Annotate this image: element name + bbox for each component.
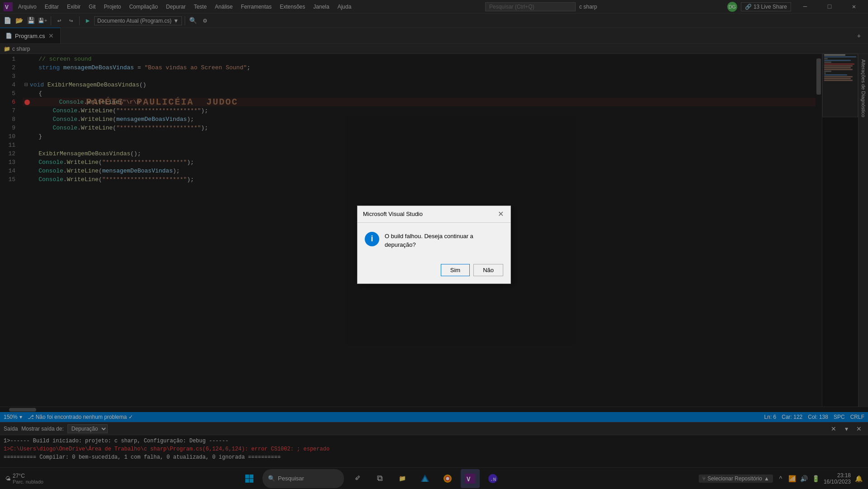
- network-icon[interactable]: 📶: [788, 475, 796, 483]
- dialog-no-btn[interactable]: Não: [473, 264, 503, 276]
- menu-ajuda[interactable]: Ajuda: [334, 2, 355, 12]
- vertical-scrollbar[interactable]: [816, 54, 822, 407]
- svg-text:.N: .N: [490, 477, 496, 482]
- line-num-8: 8: [0, 115, 19, 124]
- menu-git[interactable]: Git: [85, 2, 99, 12]
- taskbar-app-browser[interactable]: [438, 469, 457, 488]
- spc-label: SPC: [834, 414, 845, 420]
- menu-arquivo[interactable]: Arquivo: [14, 2, 40, 12]
- menu-analise[interactable]: Análise: [211, 2, 236, 12]
- line-num-1: 1: [0, 55, 19, 63]
- dialog-yes-btn[interactable]: Sim: [441, 264, 470, 276]
- windows-icon: [245, 474, 254, 483]
- save-all-btn[interactable]: 💾+: [37, 15, 48, 26]
- time-display: 23:18: [824, 472, 851, 479]
- volume-icon[interactable]: 🔊: [800, 475, 808, 483]
- start-debug-btn[interactable]: ▶: [82, 15, 93, 26]
- project-name: c sharp: [579, 4, 597, 10]
- line-num-9: 9: [0, 124, 19, 132]
- output-collapse-btn[interactable]: ▾: [841, 423, 852, 434]
- close-button[interactable]: ✕: [844, 0, 864, 14]
- code-line-14: Console.WriteLine(mensagemDeBoasVindas);: [23, 167, 816, 175]
- git-status[interactable]: ⎇ Não foi encontrado nenhum problema ✓: [28, 414, 133, 420]
- windows-start-btn[interactable]: [240, 469, 259, 488]
- redo-btn[interactable]: ↪: [66, 15, 76, 26]
- encoding-label: CRLF: [850, 414, 864, 420]
- taskbar-search-btn[interactable]: 🔍 Pesquisar: [262, 469, 344, 488]
- title-bar-left: V Arquivo Editar Exibir Git Projeto Comp…: [4, 2, 355, 12]
- run-config-label: Documento Atual (Program.cs): [97, 18, 172, 24]
- menu-depurar[interactable]: Depurar: [162, 2, 189, 12]
- menu-projeto[interactable]: Projeto: [100, 2, 124, 12]
- weather-temp: 27°C: [13, 473, 43, 479]
- notification-btn[interactable]: 🔔: [854, 475, 863, 483]
- code-line-6: Console.WriteLine("\r\n PAPÉIS PAULICÉIA…: [23, 98, 816, 106]
- repo-selector[interactable]: ⑂ Selecionar Repositório ▲: [699, 475, 773, 483]
- title-bar-menu: Arquivo Editar Exibir Git Projeto Compil…: [14, 2, 355, 12]
- line-num-11: 11: [0, 141, 19, 149]
- watermark: PAPÉIS PAULICÉIA JUDOC: [86, 98, 238, 106]
- new-file-btn[interactable]: 📄: [2, 15, 13, 26]
- menu-teste[interactable]: Teste: [190, 2, 210, 12]
- svg-text:V: V: [5, 4, 9, 11]
- menu-compilacao[interactable]: Compilação: [125, 2, 161, 12]
- horiz-scroll-thumb[interactable]: [9, 408, 36, 412]
- taskbar-app-dotnet[interactable]: .N: [483, 469, 502, 488]
- scroll-thumb[interactable]: [816, 58, 821, 95]
- code-line-12: ExibirMensagemDeBoasVindas();: [23, 149, 816, 158]
- output-source-select[interactable]: Depuração: [67, 424, 108, 433]
- minimize-button[interactable]: ─: [795, 0, 816, 14]
- weather-desc: Parc. nublado: [13, 479, 43, 484]
- dialog-close-btn[interactable]: ✕: [496, 210, 505, 219]
- menu-extensoes[interactable]: Extensões: [276, 2, 309, 12]
- tab-program-cs[interactable]: 📄 Program.cs ✕: [0, 28, 61, 43]
- menu-janela[interactable]: Janela: [310, 2, 333, 12]
- separator2: [79, 16, 80, 25]
- task-view-btn[interactable]: ⧉: [370, 469, 389, 488]
- dialog-buttons: Sim Não: [358, 259, 510, 283]
- live-share-label: 13 Live Share: [754, 4, 787, 10]
- line-num-12: 12: [0, 149, 19, 158]
- taskbar-app-azure[interactable]: [415, 469, 434, 488]
- taskbar-app-file-explorer[interactable]: 📁: [393, 469, 412, 488]
- search-toolbar-btn[interactable]: 🔍: [188, 15, 199, 26]
- tab-bar: 📄 Program.cs ✕ +: [0, 28, 868, 44]
- menu-exibir[interactable]: Exibir: [63, 2, 84, 12]
- svg-text:V: V: [467, 476, 471, 483]
- separator1: [51, 16, 51, 25]
- dialog-title-bar: Microsoft Visual Studio ✕: [358, 206, 510, 223]
- svg-rect-3: [250, 475, 254, 479]
- output-close-btn[interactable]: ✕: [854, 423, 864, 434]
- save-btn[interactable]: 💾: [25, 15, 36, 26]
- horizontal-scrollbar[interactable]: [0, 407, 868, 412]
- system-clock[interactable]: 23:18 16/10/2023: [824, 472, 851, 485]
- title-bar-right: DG 🔗 13 Live Share ─ □ ✕: [727, 0, 864, 14]
- widgets-btn[interactable]: 🗞: [348, 469, 367, 488]
- maximize-button[interactable]: □: [819, 0, 840, 14]
- taskbar-system-tray: ⑂ Selecionar Repositório ▲ ^ 📶 🔊 🔋 23:18…: [699, 472, 863, 485]
- battery-icon[interactable]: 🔋: [812, 475, 820, 483]
- minimap: [822, 54, 858, 407]
- repo-label: Selecionar Repositório: [707, 475, 762, 482]
- line-num-7: 7: [0, 106, 19, 115]
- taskbar-app-vs[interactable]: V: [461, 469, 480, 488]
- settings-btn[interactable]: ⚙: [200, 15, 210, 26]
- undo-btn[interactable]: ↩: [54, 15, 65, 26]
- zoom-status[interactable]: 150% ▾: [4, 414, 22, 420]
- user-avatar: DG: [727, 2, 737, 12]
- line-num-6: 6: [0, 98, 19, 106]
- chevron-up-icon[interactable]: ^: [777, 475, 785, 483]
- ln-label: Ln: 6: [764, 414, 777, 420]
- live-share-button[interactable]: 🔗 13 Live Share: [741, 2, 791, 11]
- search-input[interactable]: [485, 2, 576, 11]
- tab-close-btn[interactable]: ✕: [48, 32, 55, 39]
- open-file-btn[interactable]: 📂: [14, 15, 24, 26]
- breakpoint-indicator: [24, 100, 30, 105]
- menu-editar[interactable]: Editar: [41, 2, 62, 12]
- menu-ferramentas[interactable]: Ferramentas: [237, 2, 275, 12]
- search-icon: 🔍: [268, 475, 275, 482]
- add-tab-btn[interactable]: +: [854, 31, 864, 42]
- run-config-dropdown[interactable]: Documento Atual (Program.cs) ▼: [94, 16, 182, 25]
- output-title: Saída: [4, 426, 18, 432]
- output-clear-btn[interactable]: ✕: [828, 423, 839, 434]
